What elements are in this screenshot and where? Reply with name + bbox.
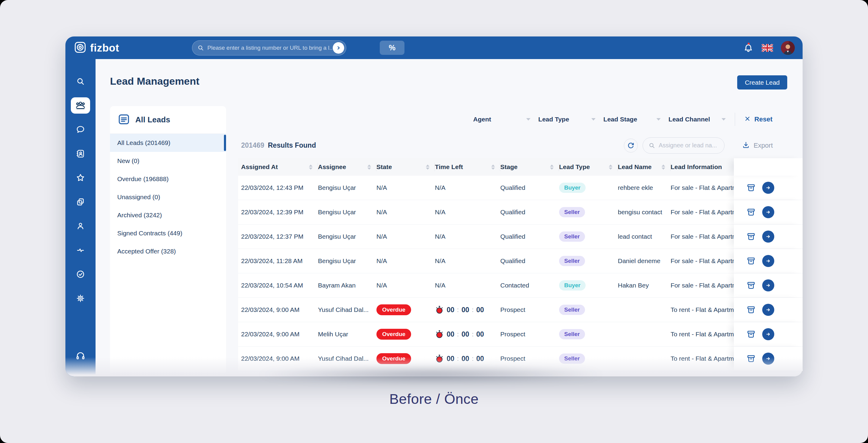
col-state[interactable]: State: [376, 158, 435, 176]
open-lead-button[interactable]: [762, 304, 774, 316]
col-assignee[interactable]: Assignee: [318, 158, 376, 176]
chevron-down-icon: [656, 118, 661, 121]
sidebar-item-leads[interactable]: [71, 93, 90, 118]
cell-assignee: Bayram Akan: [318, 282, 376, 289]
sidebar-item-favorites[interactable]: [71, 166, 90, 190]
leads-filter-all-leads[interactable]: All Leads (201469): [110, 134, 226, 152]
leads-filter-new[interactable]: New (0): [110, 152, 226, 170]
create-lead-button[interactable]: Create Lead: [737, 75, 787, 90]
results-label: Results Found: [268, 141, 316, 150]
archive-button[interactable]: [745, 182, 757, 194]
close-icon: [744, 116, 751, 123]
sidebar-item-contacts[interactable]: [71, 141, 90, 166]
export-label: Export: [753, 141, 773, 150]
sidebar-item-listings[interactable]: [71, 190, 90, 214]
cell-assigned-at: 22/03/2024, 11:28 AM: [238, 257, 318, 264]
cell-assigned-at: 22/03/2024, 9:00 AM: [238, 330, 318, 338]
archive-button[interactable]: [745, 230, 757, 243]
filter-lead-type[interactable]: Lead Type: [538, 116, 595, 123]
assignee-search-input[interactable]: [658, 142, 719, 149]
filter-lead-stage-label: Lead Stage: [603, 116, 637, 123]
filter-lead-stage[interactable]: Lead Stage: [603, 116, 661, 123]
sidebar-item-search[interactable]: [71, 69, 90, 93]
export-button[interactable]: Export: [742, 141, 773, 150]
table-row[interactable]: 22/03/2024, 11:28 AM Bengisu Uçar N/A N/…: [238, 249, 803, 273]
cell-actions: [734, 200, 803, 224]
table-row[interactable]: 22/03/2024, 12:43 PM Bengisu Uçar N/A N/…: [238, 176, 803, 200]
cell-assignee: Melih Uçar: [318, 330, 376, 338]
cell-lead-info: For sale - Flat & Apartm...: [671, 257, 734, 264]
sidebar-item-tasks[interactable]: [71, 262, 90, 286]
percent-button[interactable]: %: [380, 41, 404, 55]
open-lead-button[interactable]: [762, 328, 774, 340]
contacts-icon: [76, 149, 85, 159]
cell-lead-name: bengisu contact: [618, 209, 671, 216]
col-lead-type[interactable]: Lead Type: [559, 158, 618, 176]
filter-agent[interactable]: Agent: [473, 116, 530, 123]
stopwatch-icon: [435, 305, 444, 314]
sidebar-item-profile[interactable]: [71, 214, 90, 238]
lead-type-badge: Seller: [559, 256, 585, 266]
col-time-left[interactable]: Time Left: [435, 158, 500, 176]
search-submit-button[interactable]: [333, 42, 344, 54]
active-nav-pill: [71, 97, 90, 114]
sidebar-item-settings[interactable]: [71, 286, 90, 310]
filter-lead-channel[interactable]: Lead Channel: [669, 116, 726, 123]
archive-button[interactable]: [745, 279, 757, 292]
leads-filter-archived[interactable]: Archived (3242): [110, 206, 226, 224]
col-lead-name[interactable]: Lead Name: [618, 158, 671, 176]
open-lead-button[interactable]: [762, 206, 774, 218]
archive-button[interactable]: [745, 352, 757, 365]
cell-stage: Contacted: [500, 282, 559, 289]
sidebar-item-chat[interactable]: [71, 118, 90, 141]
table-row[interactable]: 22/03/2024, 9:00 AM Yusuf Cihad Dal... O…: [238, 347, 803, 371]
cell-actions: [734, 249, 803, 273]
table-row[interactable]: 22/03/2024, 9:00 AM Yusuf Cihad Dal... O…: [238, 298, 803, 322]
open-lead-button[interactable]: [762, 353, 774, 365]
topbar: fizbot %: [65, 36, 803, 59]
table-row[interactable]: 22/03/2024, 9:00 AM Melih Uçar Overdue 0…: [238, 322, 803, 347]
open-lead-button[interactable]: [762, 255, 774, 267]
notification-bell-icon[interactable]: [743, 42, 754, 53]
cell-assigned-at: 22/03/2024, 9:00 AM: [238, 355, 318, 362]
cell-time-left: N/A: [435, 282, 500, 289]
archive-button[interactable]: [745, 304, 757, 316]
sidebar-item-support[interactable]: [71, 344, 90, 368]
listing-search-input[interactable]: [207, 44, 333, 51]
search-icon: [76, 76, 85, 86]
listing-search-bar[interactable]: [192, 40, 346, 56]
search-icon: [197, 44, 204, 52]
chevron-down-icon: [591, 118, 595, 121]
cell-lead-type: Seller: [559, 231, 618, 242]
leads-table: Assigned At Assignee State Time Left Sta…: [238, 158, 803, 376]
user-avatar[interactable]: [781, 41, 795, 55]
caption: Before / Önce: [0, 390, 868, 407]
brand-name: fizbot: [90, 42, 119, 54]
open-lead-button[interactable]: [762, 230, 774, 243]
assignee-search-bar[interactable]: [643, 137, 724, 154]
leads-filter-overdue[interactable]: Overdue (196888): [110, 170, 226, 188]
archive-button[interactable]: [745, 206, 757, 219]
table-row[interactable]: 22/03/2024, 12:39 PM Bengisu Uçar N/A N/…: [238, 200, 803, 224]
language-flag-uk[interactable]: [762, 44, 773, 52]
sort-icon: [367, 164, 371, 170]
col-lead-information[interactable]: Lead Information: [671, 158, 734, 176]
archive-button[interactable]: [745, 328, 757, 341]
leads-filter-unassigned[interactable]: Unassigned (0): [110, 188, 226, 206]
refresh-button[interactable]: [624, 138, 638, 153]
leads-filter-signed-contracts[interactable]: Signed Contracts (449): [110, 224, 226, 242]
sidebar-nav: [65, 59, 96, 376]
overdue-badge: Overdue: [376, 353, 411, 364]
open-lead-button[interactable]: [762, 279, 774, 291]
reset-filters-button[interactable]: Reset: [744, 116, 772, 123]
col-assigned-at[interactable]: Assigned At: [238, 158, 318, 176]
cell-lead-type: Buyer: [559, 280, 618, 290]
sidebar-item-activity[interactable]: [71, 238, 90, 262]
table-row[interactable]: 22/03/2024, 12:37 PM Bengisu Uçar N/A N/…: [238, 224, 803, 249]
open-lead-button[interactable]: [762, 182, 774, 194]
cell-stage: Qualified: [500, 257, 559, 264]
table-row[interactable]: 22/03/2024, 10:54 AM Bayram Akan N/A N/A…: [238, 273, 803, 298]
col-stage[interactable]: Stage: [500, 158, 559, 176]
leads-filter-accepted-offer[interactable]: Accepted Offer (328): [110, 242, 226, 260]
archive-button[interactable]: [745, 255, 757, 267]
